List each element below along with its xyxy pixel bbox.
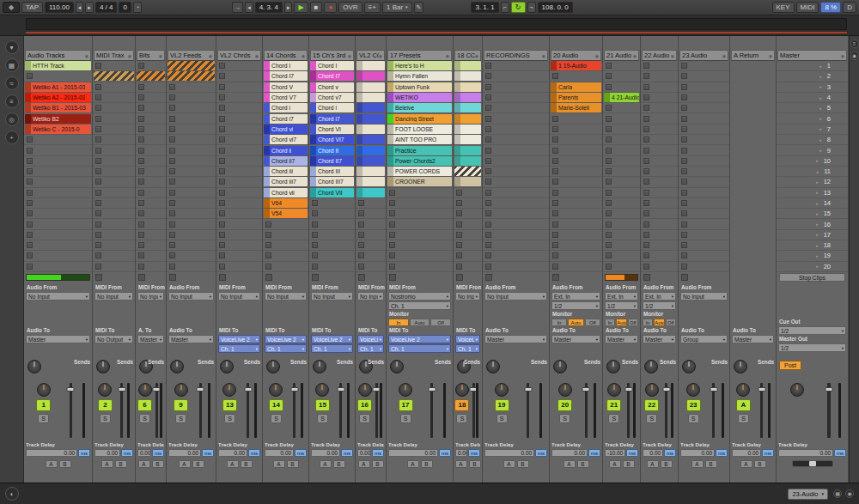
empty-clip-slot[interactable] [483, 167, 549, 177]
crossfade-b-button[interactable]: B [287, 460, 299, 468]
scene-slot[interactable]: ▸16 [777, 219, 848, 229]
clip-stop-button[interactable] [265, 242, 271, 248]
track-stop-button[interactable] [485, 274, 492, 281]
clip-stop-button[interactable] [27, 200, 33, 206]
crossfade-b-button[interactable]: B [577, 460, 589, 468]
clip-stop-button[interactable] [552, 222, 558, 228]
clip-stop-button[interactable] [95, 210, 101, 216]
empty-clip-slot[interactable] [216, 251, 262, 261]
empty-clip-slot[interactable] [356, 251, 386, 261]
monitor-auto-button[interactable]: Auto [410, 319, 430, 326]
volume-fader[interactable] [70, 383, 72, 438]
clip-stop-button[interactable] [219, 168, 225, 174]
position-step-back-button[interactable]: ◂ [245, 2, 253, 13]
empty-clip-slot[interactable] [387, 230, 453, 240]
volume-fader[interactable] [712, 383, 715, 438]
empty-clip-slot[interactable] [387, 240, 453, 251]
empty-clip-slot[interactable] [550, 145, 602, 155]
clip[interactable] [454, 177, 481, 186]
empty-clip-slot[interactable] [24, 145, 92, 155]
empty-clip-slot[interactable] [167, 251, 216, 261]
track-delay-unit[interactable]: ms [439, 449, 451, 457]
empty-clip-slot[interactable] [454, 230, 482, 240]
empty-clip-slot[interactable] [216, 61, 262, 71]
key-map-button[interactable]: KEY [772, 2, 795, 13]
crossfade-a-button[interactable]: A [273, 460, 285, 468]
clip[interactable]: Chord VI7 [310, 135, 354, 144]
clip-slot[interactable]: 4 21-Audio [603, 93, 640, 103]
clip[interactable]: Chord ii [264, 146, 308, 155]
track-activator-button[interactable]: 13 [222, 399, 237, 411]
track-header[interactable]: VL2 Chrds◉ [217, 50, 261, 61]
clip-slot[interactable] [356, 71, 386, 82]
record-button[interactable]: ● [324, 2, 337, 13]
monitor-auto-button[interactable]: Auto [616, 319, 626, 326]
empty-clip-slot[interactable] [483, 82, 549, 93]
empty-clip-slot[interactable] [167, 82, 216, 93]
clip-stop-button[interactable] [27, 137, 33, 143]
empty-clip-slot[interactable] [641, 61, 678, 71]
empty-clip-slot[interactable] [24, 251, 92, 261]
loop-button[interactable]: ↻ [511, 2, 526, 13]
empty-clip-slot[interactable] [550, 219, 602, 229]
clip[interactable] [356, 61, 385, 70]
empty-clip-slot[interactable] [356, 230, 386, 240]
clip[interactable]: Beleive [387, 103, 452, 112]
input-select[interactable]: No Input▾ [265, 292, 307, 301]
clip-stop-button[interactable] [358, 232, 364, 238]
clip-slot[interactable]: Uptown Funk [387, 82, 453, 93]
clip-stop-button[interactable] [169, 148, 175, 154]
empty-clip-slot[interactable] [93, 251, 135, 261]
empty-clip-slot[interactable] [483, 240, 549, 251]
clip-stop-button[interactable] [138, 84, 144, 90]
clip[interactable] [137, 71, 165, 81]
crossfade-b-button[interactable]: B [754, 460, 766, 468]
clip-stop-button[interactable] [456, 242, 462, 248]
clip[interactable] [454, 71, 481, 81]
track-header[interactable]: Master◉ [777, 50, 847, 61]
clip-stop-button[interactable] [312, 222, 318, 228]
empty-clip-slot[interactable] [550, 156, 602, 167]
track-delay-unit[interactable]: ms [588, 449, 600, 457]
clip-stop-button[interactable] [358, 264, 364, 270]
empty-clip-slot[interactable] [641, 135, 678, 145]
empty-clip-slot[interactable] [136, 156, 166, 167]
input-select[interactable]: No Input▾ [26, 292, 90, 301]
empty-clip-slot[interactable] [603, 251, 640, 261]
clip-stop-button[interactable] [485, 210, 491, 216]
empty-clip-slot[interactable] [93, 262, 135, 272]
clip[interactable] [356, 177, 385, 186]
clip-stop-button[interactable] [95, 94, 101, 100]
solo-button[interactable]: S [38, 414, 49, 423]
empty-clip-slot[interactable] [309, 251, 355, 261]
solo-button[interactable]: S [608, 414, 619, 423]
clip-stop-button[interactable] [643, 84, 649, 90]
volume-fader[interactable] [199, 383, 202, 438]
track-header[interactable]: 14 Chords◉ [264, 50, 308, 61]
clip-stop-button[interactable] [485, 158, 491, 164]
send-knob-a[interactable] [27, 360, 41, 373]
clip-stop-button[interactable] [389, 232, 395, 238]
clip-stop-button[interactable] [169, 105, 175, 111]
selected-track-display[interactable]: 23-Audio ▾ [788, 489, 828, 500]
empty-clip-slot[interactable] [730, 156, 776, 167]
clip-stop-button[interactable] [643, 232, 649, 238]
volume-fader[interactable] [430, 383, 433, 438]
empty-clip-slot[interactable] [641, 198, 678, 209]
clip-stop-button[interactable] [643, 168, 649, 174]
clip-stop-button[interactable] [27, 158, 33, 164]
clip-stop-button[interactable] [169, 264, 175, 270]
empty-clip-slot[interactable] [483, 188, 549, 198]
empty-clip-slot[interactable] [641, 262, 678, 272]
clip-stop-button[interactable] [681, 158, 687, 164]
clip[interactable]: Chord vi [264, 124, 308, 134]
info-icon[interactable]: ◉ [850, 52, 859, 60]
clip-stop-button[interactable] [552, 116, 558, 122]
clip-stop-button[interactable] [643, 252, 649, 258]
input-select[interactable]: No Input▾ [311, 292, 353, 301]
list-view-icon[interactable]: ≡ [5, 94, 19, 108]
solo-button[interactable]: S [497, 414, 508, 423]
clip-stop-button[interactable] [485, 222, 491, 228]
clip-slot[interactable] [454, 61, 482, 71]
clip-stop-button[interactable] [312, 210, 318, 216]
